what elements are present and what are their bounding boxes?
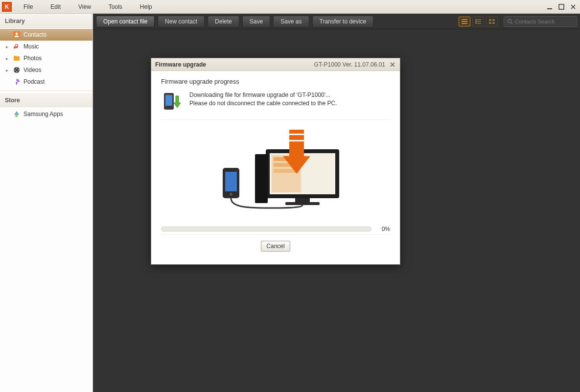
view-toggle-group <box>459 17 498 26</box>
contacts-search-input[interactable]: Contacts Search <box>504 16 577 27</box>
svg-point-5 <box>16 33 18 35</box>
progress-bar <box>161 227 371 231</box>
sidebar-divider <box>0 91 93 91</box>
menu-view[interactable]: View <box>70 0 100 13</box>
svg-rect-25 <box>492 19 495 21</box>
sidebar-item-label: Samsung Apps <box>23 111 89 117</box>
menu-tools[interactable]: Tools <box>100 0 131 13</box>
sidebar-item-label: Music <box>23 43 89 50</box>
svg-rect-1 <box>559 4 564 9</box>
music-icon <box>13 43 21 50</box>
open-contact-file-button[interactable]: Open contact file <box>96 16 155 27</box>
close-button[interactable] <box>569 3 577 10</box>
dialog-title: Firmware upgrade <box>155 61 206 68</box>
sidebar-item-videos[interactable]: ▸ Videos <box>0 64 93 76</box>
save-button[interactable]: Save <box>242 16 270 27</box>
svg-rect-45 <box>289 135 304 140</box>
menu-file[interactable]: File <box>15 0 42 13</box>
svg-rect-17 <box>462 19 467 20</box>
chevron-right-icon: ▸ <box>6 56 10 61</box>
firmware-upgrade-dialog: Firmware upgrade GT-P1000 Ver. 11.07.06.… <box>151 58 400 265</box>
menu-bar: K File Edit View Tools Help <box>0 0 580 14</box>
sidebar-store-list: Samsung Apps <box>0 107 93 121</box>
sidebar-item-label: Contacts <box>23 31 89 38</box>
sidebar-item-label: Podcast <box>23 78 89 85</box>
svg-rect-21 <box>477 19 481 20</box>
minimize-button[interactable] <box>546 3 554 10</box>
contacts-icon <box>13 31 21 39</box>
svg-rect-41 <box>295 198 310 202</box>
cancel-button[interactable]: Cancel <box>261 241 290 252</box>
connection-illustration <box>161 125 390 223</box>
dialog-titlebar: Firmware upgrade GT-P1000 Ver. 11.07.06.… <box>151 58 400 71</box>
delete-button[interactable]: Delete <box>208 16 239 27</box>
save-as-button[interactable]: Save as <box>273 16 309 27</box>
sidebar: Library Contacts ▸ Music ▸ <box>0 14 93 392</box>
svg-point-9 <box>16 68 17 69</box>
svg-rect-46 <box>289 141 304 156</box>
svg-rect-44 <box>289 130 304 134</box>
svg-point-12 <box>18 69 19 70</box>
chevron-right-icon: ▸ <box>6 44 10 49</box>
dialog-subtitle: Firmware upgrade progress <box>161 78 390 85</box>
menu-help[interactable]: Help <box>131 0 161 13</box>
svg-rect-22 <box>477 21 481 22</box>
podcast-icon <box>13 78 21 86</box>
view-grid-icon[interactable] <box>486 17 498 26</box>
svg-rect-18 <box>462 21 467 22</box>
svg-line-29 <box>511 23 512 24</box>
new-contact-button[interactable]: New contact <box>158 16 205 27</box>
download-text: Downloading file for firmware upgrade of… <box>189 91 337 108</box>
videos-icon <box>13 66 21 74</box>
svg-rect-7 <box>14 56 17 57</box>
svg-rect-43 <box>255 154 268 203</box>
svg-rect-33 <box>165 95 172 106</box>
view-list-icon[interactable] <box>459 17 470 26</box>
sidebar-item-label: Videos <box>23 67 89 73</box>
svg-marker-34 <box>174 96 181 108</box>
chevron-right-icon: ▸ <box>6 68 10 73</box>
dialog-close-button[interactable] <box>389 61 396 68</box>
sidebar-item-photos[interactable]: ▸ Photos <box>0 52 93 64</box>
dialog-body: Firmware upgrade progress Downloading fi… <box>151 71 400 264</box>
progress-percent: 0% <box>376 226 390 232</box>
search-placeholder: Contacts Search <box>515 19 555 24</box>
window-controls <box>546 3 580 10</box>
svg-point-10 <box>16 71 17 72</box>
sidebar-header-library: Library <box>0 14 93 28</box>
download-line1: Downloading file for firmware upgrade of… <box>189 91 337 99</box>
sidebar-header-store: Store <box>0 93 93 107</box>
sidebar-item-podcast[interactable]: Podcast <box>0 76 93 88</box>
sidebar-library-list: Contacts ▸ Music ▸ Photos ▸ <box>0 28 93 89</box>
sidebar-item-samsung-apps[interactable]: Samsung Apps <box>0 108 93 120</box>
view-detail-icon[interactable] <box>472 17 484 26</box>
svg-rect-26 <box>489 22 491 24</box>
dialog-footer: Cancel <box>161 234 390 259</box>
sidebar-item-label: Photos <box>23 55 89 62</box>
phone-download-icon <box>161 91 183 113</box>
svg-rect-24 <box>489 19 491 21</box>
transfer-to-device-button[interactable]: Transfer to device <box>312 16 374 27</box>
search-icon <box>507 19 513 24</box>
maximize-button[interactable] <box>557 3 565 10</box>
sidebar-item-contacts[interactable]: Contacts <box>0 29 93 41</box>
menu-edit[interactable]: Edit <box>42 0 70 13</box>
toolbar: Open contact file New contact Delete Sav… <box>93 14 580 29</box>
download-info-row: Downloading file for firmware upgrade of… <box>161 91 390 120</box>
svg-rect-27 <box>492 22 495 24</box>
progress-row: 0% <box>161 226 390 232</box>
sidebar-item-music[interactable]: ▸ Music <box>0 41 93 52</box>
photos-icon <box>13 54 21 62</box>
svg-rect-6 <box>14 56 20 61</box>
svg-point-11 <box>14 69 15 70</box>
app-icon: K <box>2 2 12 12</box>
svg-point-28 <box>508 19 511 23</box>
download-line2: Please do not disconnect the cable conne… <box>189 99 337 108</box>
svg-rect-49 <box>225 172 237 191</box>
svg-rect-20 <box>475 19 477 24</box>
svg-rect-23 <box>477 23 481 24</box>
svg-rect-0 <box>547 8 552 9</box>
svg-point-50 <box>230 193 232 196</box>
svg-rect-14 <box>16 83 17 85</box>
svg-rect-19 <box>462 23 467 24</box>
